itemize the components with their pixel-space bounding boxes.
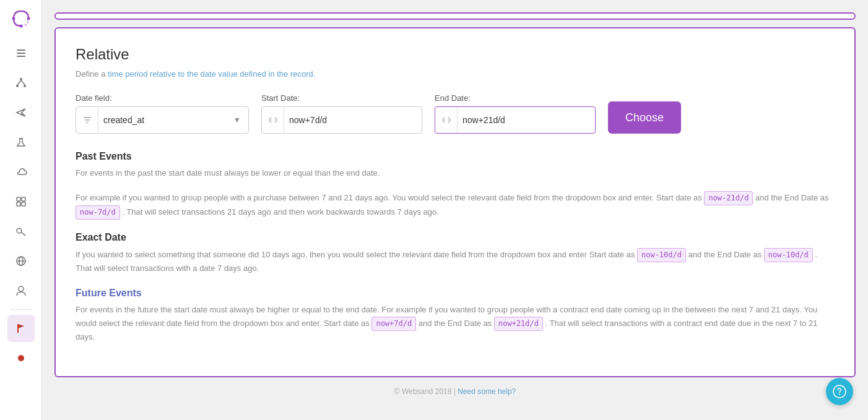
exact-date-code1: now-10d/d xyxy=(637,248,686,262)
svg-line-9 xyxy=(17,80,21,85)
end-date-label: End Date: xyxy=(435,93,596,103)
svg-point-7 xyxy=(16,85,19,87)
svg-point-1 xyxy=(27,17,30,20)
sidebar-divider xyxy=(10,309,32,310)
past-events-text2: For example if you wanted to group peopl… xyxy=(76,191,835,220)
svg-point-17 xyxy=(17,228,22,233)
exact-date-code2: now-10d/d xyxy=(764,248,813,262)
end-date-input-wrapper xyxy=(435,106,596,134)
sidebar xyxy=(0,0,42,420)
fields-row: Date field: created_at updated_at delete… xyxy=(76,93,835,134)
footer: © Websand 2018 | Need some help? xyxy=(54,377,856,398)
relative-card: Relative Define a time period relative t… xyxy=(54,27,856,377)
start-date-group: Start Date: xyxy=(261,93,422,134)
svg-rect-16 xyxy=(22,202,25,206)
footer-help-link[interactable]: Need some help? xyxy=(458,387,516,396)
svg-point-2 xyxy=(19,25,22,28)
subtitle-link[interactable]: time period relative to the date value d… xyxy=(108,69,315,79)
card-title: Relative xyxy=(76,46,835,63)
svg-point-25 xyxy=(18,355,24,361)
end-date-code-icon xyxy=(435,107,458,133)
date-field-select[interactable]: created_at updated_at deleted_at xyxy=(98,107,226,133)
past-events-text1: For events in the past the start date mu… xyxy=(76,167,835,180)
svg-line-10 xyxy=(21,80,25,85)
start-date-input-wrapper xyxy=(261,106,422,134)
sidebar-item-list[interactable] xyxy=(7,40,35,67)
future-events-title: Future Events xyxy=(76,288,835,299)
start-date-input[interactable] xyxy=(284,107,422,133)
svg-point-23 xyxy=(19,286,24,291)
future-events-code1: now+7d/d xyxy=(371,317,416,331)
future-events-section: Future Events For events in the future t… xyxy=(76,288,835,344)
sidebar-item-dot[interactable] xyxy=(7,345,35,372)
sidebar-item-key[interactable] xyxy=(7,218,35,245)
sidebar-item-send[interactable] xyxy=(7,99,35,126)
card-subtitle: Define a time period relative to the dat… xyxy=(76,69,835,79)
svg-point-30 xyxy=(839,393,840,395)
sidebar-item-cloud[interactable] xyxy=(7,158,35,186)
sidebar-item-flag[interactable] xyxy=(7,315,35,342)
past-events-section: Past Events For events in the past the s… xyxy=(76,151,835,220)
footer-copyright: © Websand 2018 | xyxy=(394,387,456,396)
future-events-text: For events in the future the start date … xyxy=(76,304,835,344)
svg-rect-13 xyxy=(17,197,20,201)
past-events-code2: now-7d/d xyxy=(76,205,120,220)
end-date-input[interactable] xyxy=(458,107,595,133)
sidebar-item-user[interactable] xyxy=(7,277,35,304)
date-field-select-wrapper: created_at updated_at deleted_at ▼ xyxy=(76,106,249,134)
sidebar-item-template[interactable] xyxy=(7,188,35,215)
help-widget[interactable] xyxy=(826,378,853,405)
top-card-stub xyxy=(54,12,856,20)
start-date-code-icon xyxy=(262,107,284,133)
future-events-code2: now+21d/d xyxy=(494,317,543,331)
svg-rect-14 xyxy=(22,197,25,201)
svg-point-0 xyxy=(12,17,15,20)
svg-rect-3 xyxy=(17,49,25,51)
select-arrow-icon: ▼ xyxy=(226,116,248,124)
start-date-label: Start Date: xyxy=(261,93,422,103)
past-events-title: Past Events xyxy=(76,151,835,162)
svg-point-6 xyxy=(20,78,22,80)
main-content: Relative Define a time period relative t… xyxy=(42,0,868,420)
end-date-group: End Date: xyxy=(435,93,596,134)
svg-rect-4 xyxy=(17,53,25,54)
filter-icon xyxy=(76,107,98,133)
exact-date-text: If you wanted to select something that s… xyxy=(76,248,835,275)
svg-line-19 xyxy=(24,234,24,235)
exact-date-section: Exact Date If you wanted to select somet… xyxy=(76,232,835,275)
choose-button[interactable]: Choose xyxy=(608,101,681,134)
exact-date-title: Exact Date xyxy=(76,232,835,243)
date-field-group: Date field: created_at updated_at delete… xyxy=(76,93,249,134)
logo xyxy=(7,5,35,32)
sidebar-item-flask[interactable] xyxy=(7,129,35,156)
sidebar-item-globe[interactable] xyxy=(7,247,35,275)
svg-point-8 xyxy=(24,85,26,87)
svg-rect-15 xyxy=(17,202,20,206)
date-field-label: Date field: xyxy=(76,93,249,103)
sidebar-item-hierarchy[interactable] xyxy=(7,69,35,96)
svg-rect-5 xyxy=(17,56,25,57)
past-events-code1: now-21d/d xyxy=(704,191,753,205)
